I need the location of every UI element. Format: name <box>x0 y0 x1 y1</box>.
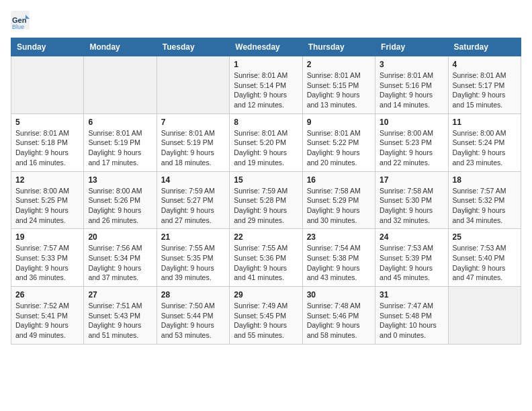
day-info: Sunrise: 7:57 AM Sunset: 5:33 PM Dayligh… <box>15 243 79 283</box>
logo: Gen Blue <box>11 11 32 30</box>
day-info: Sunrise: 8:00 AM Sunset: 5:26 PM Dayligh… <box>88 186 152 226</box>
day-number: 24 <box>380 232 443 242</box>
calendar-cell: 8Sunrise: 8:01 AM Sunset: 5:20 PM Daylig… <box>230 113 302 171</box>
day-info: Sunrise: 8:01 AM Sunset: 5:15 PM Dayligh… <box>307 71 371 110</box>
calendar-cell: 20Sunrise: 7:56 AM Sunset: 5:34 PM Dayli… <box>84 229 157 287</box>
calendar-cell: 6Sunrise: 8:01 AM Sunset: 5:19 PM Daylig… <box>84 113 157 171</box>
calendar-cell: 2Sunrise: 8:01 AM Sunset: 5:15 PM Daylig… <box>302 56 375 114</box>
calendar-cell: 12Sunrise: 8:00 AM Sunset: 5:25 PM Dayli… <box>11 171 84 229</box>
day-info: Sunrise: 8:00 AM Sunset: 5:25 PM Dayligh… <box>15 186 79 226</box>
day-number: 17 <box>380 175 443 185</box>
calendar-cell: 26Sunrise: 7:52 AM Sunset: 5:41 PM Dayli… <box>11 287 84 345</box>
day-number: 30 <box>307 290 371 300</box>
calendar-cell: 18Sunrise: 7:57 AM Sunset: 5:32 PM Dayli… <box>448 171 521 229</box>
day-number: 31 <box>380 290 443 300</box>
calendar-cell: 23Sunrise: 7:54 AM Sunset: 5:38 PM Dayli… <box>302 229 375 287</box>
day-number: 28 <box>161 290 225 300</box>
day-info: Sunrise: 8:00 AM Sunset: 5:23 PM Dayligh… <box>380 128 443 168</box>
weekday-header-wednesday: Wednesday <box>230 38 302 56</box>
day-info: Sunrise: 7:53 AM Sunset: 5:40 PM Dayligh… <box>453 243 517 283</box>
calendar-cell: 28Sunrise: 7:50 AM Sunset: 5:44 PM Dayli… <box>157 287 229 345</box>
day-info: Sunrise: 7:58 AM Sunset: 5:30 PM Dayligh… <box>380 186 443 226</box>
calendar-cell: 19Sunrise: 7:57 AM Sunset: 5:33 PM Dayli… <box>11 229 84 287</box>
calendar-week-3: 12Sunrise: 8:00 AM Sunset: 5:25 PM Dayli… <box>11 171 521 229</box>
weekday-header-tuesday: Tuesday <box>157 38 229 56</box>
page-header: Gen Blue <box>11 11 521 30</box>
calendar-table: SundayMondayTuesdayWednesdayThursdayFrid… <box>11 38 521 345</box>
logo-icon: Gen Blue <box>11 11 30 30</box>
day-number: 29 <box>234 290 298 300</box>
calendar-header: SundayMondayTuesdayWednesdayThursdayFrid… <box>11 38 521 56</box>
day-number: 4 <box>453 60 517 69</box>
calendar-cell: 31Sunrise: 7:47 AM Sunset: 5:48 PM Dayli… <box>375 287 448 345</box>
day-number: 16 <box>307 175 371 185</box>
day-number: 3 <box>380 60 443 69</box>
calendar-week-5: 26Sunrise: 7:52 AM Sunset: 5:41 PM Dayli… <box>11 287 521 345</box>
day-number: 2 <box>307 60 371 69</box>
day-info: Sunrise: 7:56 AM Sunset: 5:34 PM Dayligh… <box>88 243 152 283</box>
calendar-cell <box>448 287 521 345</box>
day-info: Sunrise: 8:01 AM Sunset: 5:22 PM Dayligh… <box>307 128 371 168</box>
day-info: Sunrise: 7:59 AM Sunset: 5:27 PM Dayligh… <box>161 186 225 226</box>
calendar-cell: 22Sunrise: 7:55 AM Sunset: 5:36 PM Dayli… <box>230 229 302 287</box>
calendar-week-4: 19Sunrise: 7:57 AM Sunset: 5:33 PM Dayli… <box>11 229 521 287</box>
day-info: Sunrise: 7:52 AM Sunset: 5:41 PM Dayligh… <box>15 301 79 340</box>
weekday-header-row: SundayMondayTuesdayWednesdayThursdayFrid… <box>11 38 521 56</box>
day-info: Sunrise: 7:59 AM Sunset: 5:28 PM Dayligh… <box>234 186 298 226</box>
calendar-cell: 29Sunrise: 7:49 AM Sunset: 5:45 PM Dayli… <box>230 287 302 345</box>
weekday-header-friday: Friday <box>375 38 448 56</box>
day-info: Sunrise: 8:01 AM Sunset: 5:17 PM Dayligh… <box>453 71 517 110</box>
weekday-header-monday: Monday <box>84 38 157 56</box>
day-number: 20 <box>88 232 152 242</box>
day-info: Sunrise: 7:55 AM Sunset: 5:35 PM Dayligh… <box>161 243 225 283</box>
day-number: 18 <box>453 175 517 185</box>
calendar-cell: 14Sunrise: 7:59 AM Sunset: 5:27 PM Dayli… <box>157 171 229 229</box>
calendar-cell: 25Sunrise: 7:53 AM Sunset: 5:40 PM Dayli… <box>448 229 521 287</box>
calendar-cell: 10Sunrise: 8:00 AM Sunset: 5:23 PM Dayli… <box>375 113 448 171</box>
day-info: Sunrise: 7:51 AM Sunset: 5:43 PM Dayligh… <box>88 301 152 340</box>
day-info: Sunrise: 7:48 AM Sunset: 5:46 PM Dayligh… <box>307 301 371 340</box>
calendar-cell: 17Sunrise: 7:58 AM Sunset: 5:30 PM Dayli… <box>375 171 448 229</box>
day-info: Sunrise: 8:01 AM Sunset: 5:20 PM Dayligh… <box>234 128 298 168</box>
day-info: Sunrise: 7:53 AM Sunset: 5:39 PM Dayligh… <box>380 243 443 283</box>
day-number: 11 <box>453 118 517 127</box>
day-number: 23 <box>307 232 371 242</box>
day-info: Sunrise: 8:01 AM Sunset: 5:16 PM Dayligh… <box>380 71 443 110</box>
day-info: Sunrise: 8:01 AM Sunset: 5:19 PM Dayligh… <box>88 128 152 168</box>
calendar-cell: 13Sunrise: 8:00 AM Sunset: 5:26 PM Dayli… <box>84 171 157 229</box>
day-number: 12 <box>15 175 79 185</box>
calendar-cell: 30Sunrise: 7:48 AM Sunset: 5:46 PM Dayli… <box>302 287 375 345</box>
calendar-cell: 15Sunrise: 7:59 AM Sunset: 5:28 PM Dayli… <box>230 171 302 229</box>
calendar-cell: 27Sunrise: 7:51 AM Sunset: 5:43 PM Dayli… <box>84 287 157 345</box>
day-info: Sunrise: 7:47 AM Sunset: 5:48 PM Dayligh… <box>380 301 443 340</box>
calendar-cell <box>84 56 157 114</box>
day-number: 15 <box>234 175 298 185</box>
calendar-cell: 1Sunrise: 8:01 AM Sunset: 5:14 PM Daylig… <box>230 56 302 114</box>
calendar-week-2: 5Sunrise: 8:01 AM Sunset: 5:18 PM Daylig… <box>11 113 521 171</box>
day-number: 26 <box>15 290 79 300</box>
day-number: 8 <box>234 118 298 127</box>
calendar-cell: 4Sunrise: 8:01 AM Sunset: 5:17 PM Daylig… <box>448 56 521 114</box>
day-number: 13 <box>88 175 152 185</box>
day-number: 21 <box>161 232 225 242</box>
day-info: Sunrise: 7:58 AM Sunset: 5:29 PM Dayligh… <box>307 186 371 226</box>
calendar-cell <box>11 56 84 114</box>
day-info: Sunrise: 8:01 AM Sunset: 5:14 PM Dayligh… <box>234 71 298 110</box>
calendar-cell: 9Sunrise: 8:01 AM Sunset: 5:22 PM Daylig… <box>302 113 375 171</box>
weekday-header-sunday: Sunday <box>11 38 84 56</box>
calendar-cell: 7Sunrise: 8:01 AM Sunset: 5:19 PM Daylig… <box>157 113 229 171</box>
day-number: 1 <box>234 60 298 69</box>
day-info: Sunrise: 7:54 AM Sunset: 5:38 PM Dayligh… <box>307 243 371 283</box>
day-number: 25 <box>453 232 517 242</box>
calendar-cell: 3Sunrise: 8:01 AM Sunset: 5:16 PM Daylig… <box>375 56 448 114</box>
day-info: Sunrise: 7:57 AM Sunset: 5:32 PM Dayligh… <box>453 186 517 226</box>
day-number: 27 <box>88 290 152 300</box>
day-info: Sunrise: 8:01 AM Sunset: 5:19 PM Dayligh… <box>161 128 225 168</box>
day-info: Sunrise: 7:55 AM Sunset: 5:36 PM Dayligh… <box>234 243 298 283</box>
day-number: 10 <box>380 118 443 127</box>
calendar-cell: 21Sunrise: 7:55 AM Sunset: 5:35 PM Dayli… <box>157 229 229 287</box>
calendar-cell: 24Sunrise: 7:53 AM Sunset: 5:39 PM Dayli… <box>375 229 448 287</box>
weekday-header-thursday: Thursday <box>302 38 375 56</box>
day-number: 9 <box>307 118 371 127</box>
calendar-cell: 5Sunrise: 8:01 AM Sunset: 5:18 PM Daylig… <box>11 113 84 171</box>
